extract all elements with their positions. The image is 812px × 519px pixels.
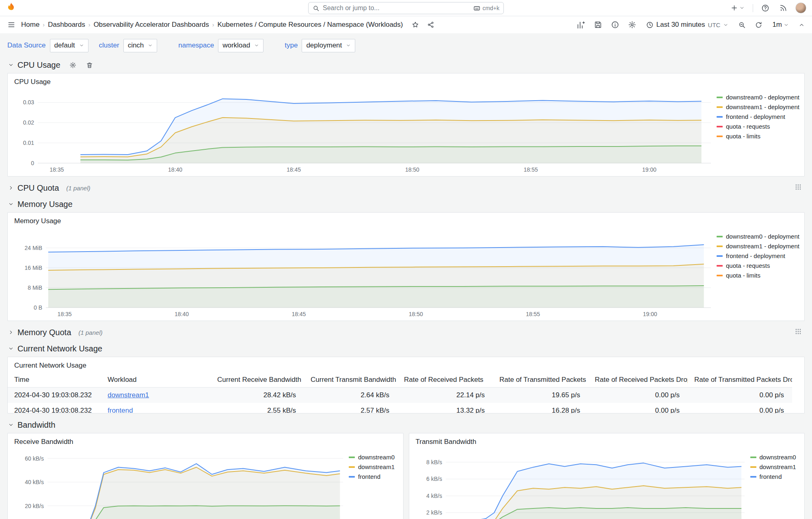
favorite-star-button[interactable]: [410, 19, 421, 30]
breadcrumb-dashboards[interactable]: Dashboards: [48, 21, 85, 29]
share-button[interactable]: [425, 19, 436, 30]
memory-usage-chart[interactable]: 0 B8 MiB16 MiB24 MiB18:3518:4018:4518:50…: [12, 226, 717, 319]
breadcrumb-home[interactable]: Home: [21, 21, 39, 29]
variable-label-datasource[interactable]: Data Source: [7, 41, 46, 50]
legend-item[interactable]: downstream0 - deployment: [717, 94, 802, 101]
column-header-received-dropped[interactable]: Rate of Received Packets Droppe: [588, 373, 688, 388]
legend-swatch-icon: [750, 466, 756, 468]
add-panel-button[interactable]: [575, 19, 587, 31]
panel-cpu-usage: CPU Usage 00.010.020.0318:3518:4018:4518…: [7, 73, 805, 177]
legend: downstream0 - deploymentdownstream1 - de…: [717, 226, 802, 279]
breadcrumb-dashboard-title[interactable]: Kubernetes / Compute Resources / Namespa…: [217, 21, 403, 29]
legend-item[interactable]: frontend - deployment: [717, 252, 802, 259]
receive-bandwidth-chart[interactable]: 0 B/s20 kB/s40 kB/s60 kB/s18:3518:4018:4…: [12, 447, 349, 519]
top-nav: cmd+k: [0, 0, 812, 16]
user-avatar[interactable]: [795, 2, 806, 13]
legend-item[interactable]: quota - limits: [717, 272, 802, 279]
column-header-received-packets[interactable]: Rate of Received Packets: [397, 373, 493, 388]
legend-swatch-icon: [349, 457, 355, 458]
variable-select-type[interactable]: deployment: [302, 39, 355, 52]
cell-value: 28.42 kB/s: [211, 388, 304, 403]
panel-title[interactable]: Receive Bandwidth: [8, 433, 403, 447]
legend-label: downstream0 - deployment: [726, 233, 799, 240]
cell-workload-link[interactable]: frontend: [101, 403, 211, 413]
variable-select-namespace[interactable]: workload: [218, 39, 263, 52]
new-menu-button[interactable]: [729, 2, 746, 13]
cpu-usage-chart[interactable]: 00.010.020.0318:3518:4018:4518:5018:5519…: [12, 87, 717, 174]
column-header-transmit-bandwidth[interactable]: Current Transmit Bandwidth: [304, 373, 397, 388]
legend-swatch-icon: [750, 476, 756, 478]
legend-item[interactable]: downstream1 - deployment: [717, 103, 802, 110]
cell-value: 19.65 p/s: [493, 388, 588, 403]
panel-count: (1 panel): [66, 185, 90, 192]
svg-text:0.01: 0.01: [23, 140, 34, 146]
column-header-workload[interactable]: Workload: [101, 373, 211, 388]
column-header-transmitted-dropped[interactable]: Rate of Transmitted Packets Drop: [688, 373, 792, 388]
time-range-picker[interactable]: Last 30 minutes UTC: [644, 19, 731, 30]
variable-select-datasource[interactable]: default: [50, 39, 89, 52]
variable-label-type[interactable]: type: [285, 41, 298, 50]
legend-label: quota - limits: [726, 272, 760, 279]
section-header-bandwidth[interactable]: Bandwidth: [7, 417, 805, 433]
legend-item[interactable]: quota - limits: [717, 133, 802, 140]
panel-memory-usage: Memory Usage 0 B8 MiB16 MiB24 MiB18:3518…: [7, 212, 805, 321]
section-header-memory-quota[interactable]: Memory Quota (1 panel): [7, 324, 805, 340]
panel-title[interactable]: Transmit Bandwidth: [409, 433, 805, 447]
variable-select-cluster[interactable]: cinch: [123, 39, 158, 52]
menu-toggle-button[interactable]: [6, 19, 17, 30]
column-header-transmitted-packets[interactable]: Rate of Transmitted Packets: [493, 373, 588, 388]
legend-item[interactable]: downstream1: [750, 463, 802, 470]
legend-item[interactable]: downstream0: [349, 454, 401, 461]
row-settings-gear-button[interactable]: [68, 60, 78, 70]
variable-label-cluster[interactable]: cluster: [99, 41, 119, 50]
zoom-out-button[interactable]: [736, 19, 747, 30]
help-button[interactable]: [760, 2, 771, 14]
breadcrumb-folder[interactable]: Observability Accelerator Dashboards: [93, 21, 209, 29]
dashboard-insights-button[interactable]: [609, 19, 621, 30]
section-header-cpu-usage[interactable]: CPU Usage: [7, 57, 805, 73]
panel-title[interactable]: CPU Usage: [8, 73, 804, 87]
legend-item[interactable]: frontend: [349, 473, 401, 480]
transmit-bandwidth-chart[interactable]: 0 B/s2 kB/s4 kB/s6 kB/s8 kB/s18:3518:401…: [413, 447, 750, 519]
drag-handle-icon[interactable]: [795, 184, 801, 192]
breadcrumb: Home › Dashboards › Observability Accele…: [21, 21, 403, 29]
svg-text:8 MiB: 8 MiB: [28, 284, 42, 291]
cell-workload-link[interactable]: downstream1: [101, 388, 211, 403]
legend-item[interactable]: downstream1 - deployment: [717, 243, 802, 250]
collapse-toolbar-button[interactable]: [797, 20, 806, 30]
section-header-cpu-quota[interactable]: CPU Quota (1 panel): [7, 180, 805, 196]
chevron-down-icon: [8, 201, 14, 207]
chevron-down-icon: [8, 422, 14, 428]
section-header-memory-usage[interactable]: Memory Usage: [7, 196, 805, 212]
refresh-interval-picker[interactable]: 1m: [770, 19, 791, 30]
row-delete-trash-button[interactable]: [84, 60, 95, 70]
svg-text:18:35: 18:35: [58, 311, 72, 317]
refresh-button[interactable]: [753, 19, 764, 30]
svg-text:18:55: 18:55: [524, 166, 538, 173]
legend-item[interactable]: downstream0 - deployment: [717, 233, 802, 240]
drag-handle-icon[interactable]: [795, 328, 801, 336]
save-dashboard-button[interactable]: [592, 19, 604, 30]
legend-item[interactable]: frontend: [750, 473, 802, 480]
global-search[interactable]: cmd+k: [308, 2, 504, 14]
svg-text:18:35: 18:35: [50, 166, 64, 173]
section-header-network-usage[interactable]: Current Network Usage: [7, 340, 805, 357]
legend-item[interactable]: frontend - deployment: [717, 113, 802, 120]
panel-title[interactable]: Current Network Usage: [8, 357, 804, 371]
chevron-down-icon: [8, 346, 14, 351]
column-header-receive-bandwidth[interactable]: Current Receive Bandwidth: [211, 373, 304, 388]
legend-item[interactable]: quota - requests: [717, 123, 802, 130]
legend-item[interactable]: downstream0: [750, 454, 802, 461]
dashboard-settings-button[interactable]: [626, 19, 638, 30]
column-header-time[interactable]: Time: [8, 373, 101, 388]
time-range-label: Last 30 minutes: [657, 21, 705, 29]
news-rss-button[interactable]: [777, 2, 789, 14]
legend-swatch-icon: [717, 97, 723, 98]
variable-label-namespace[interactable]: namespace: [178, 41, 214, 50]
panel-title[interactable]: Memory Usage: [8, 213, 804, 226]
search-input[interactable]: [323, 4, 470, 12]
grafana-logo[interactable]: [6, 2, 17, 14]
legend-item[interactable]: quota - requests: [717, 262, 802, 269]
table-header-row: Time Workload Current Receive Bandwidth …: [8, 373, 792, 388]
legend-item[interactable]: downstream1: [349, 463, 401, 470]
